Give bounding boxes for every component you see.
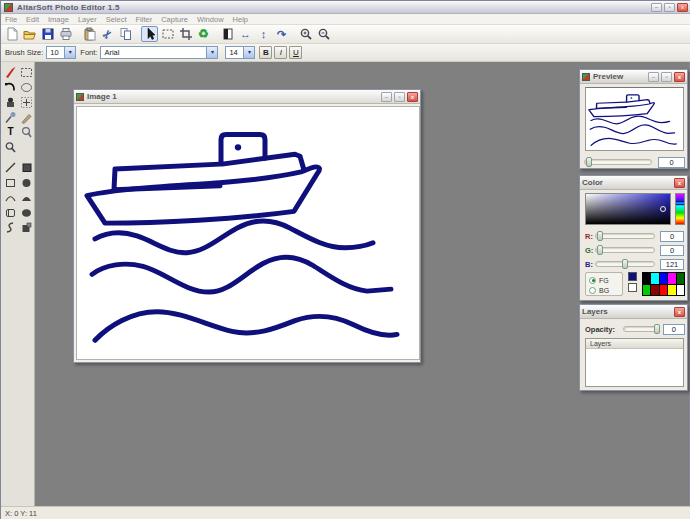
- preview-maximize-button[interactable]: ▫: [661, 72, 672, 82]
- opacity-value[interactable]: 0: [663, 324, 685, 335]
- layers-list[interactable]: Layers: [585, 338, 684, 387]
- tool-ellipse-select[interactable]: [19, 80, 34, 94]
- menu-layer[interactable]: Layer: [78, 15, 97, 24]
- green-slider[interactable]: [595, 247, 655, 253]
- menu-edit[interactable]: Edit: [26, 15, 39, 24]
- palette-swatch[interactable]: [677, 285, 684, 296]
- tool-filled-arc[interactable]: [19, 190, 34, 204]
- cut-button[interactable]: ✂: [99, 26, 116, 42]
- close-button[interactable]: x: [677, 3, 688, 12]
- invert-button[interactable]: [219, 26, 236, 42]
- tool-color-picker[interactable]: [19, 125, 34, 139]
- tool-scurve[interactable]: [3, 220, 18, 234]
- color-panel[interactable]: Color x R: 0 G: 0 B:: [579, 175, 688, 301]
- palette-swatch[interactable]: [651, 273, 658, 284]
- menu-file[interactable]: File: [5, 15, 17, 24]
- tool-curve[interactable]: [3, 80, 18, 94]
- palette-swatch[interactable]: [668, 273, 675, 284]
- tool-filled-circle[interactable]: [19, 175, 34, 189]
- dropdown-arrow-icon[interactable]: ▾: [64, 47, 75, 58]
- print-button[interactable]: [57, 26, 74, 42]
- crop-button[interactable]: [177, 26, 194, 42]
- preview-panel[interactable]: Preview – ▫ x 0: [579, 69, 688, 169]
- brush-size-select[interactable]: 10 ▾: [46, 46, 76, 59]
- preview-close-button[interactable]: x: [674, 72, 685, 82]
- palette-swatch[interactable]: [643, 273, 650, 284]
- tool-filled-corner-rect[interactable]: [19, 220, 34, 234]
- red-slider[interactable]: [595, 233, 655, 239]
- background-swatch[interactable]: [628, 283, 637, 292]
- zoom-in-button[interactable]: [297, 26, 314, 42]
- fg-radio[interactable]: [589, 277, 596, 284]
- maximize-button[interactable]: ▫: [664, 3, 675, 12]
- tool-zoom[interactable]: [3, 140, 18, 154]
- color-close-button[interactable]: x: [674, 178, 685, 188]
- palette-swatch[interactable]: [643, 285, 650, 296]
- refresh-button[interactable]: ♻: [195, 26, 212, 42]
- document-window[interactable]: Image 1 – ▫ x: [73, 89, 421, 363]
- doc-minimize-button[interactable]: –: [381, 92, 392, 102]
- pointer-tool-button[interactable]: [141, 26, 158, 42]
- layers-titlebar[interactable]: Layers x: [580, 305, 687, 319]
- preview-zoom-value[interactable]: 0: [658, 157, 685, 168]
- hue-strip[interactable]: [675, 193, 685, 225]
- opacity-thumb[interactable]: [654, 324, 660, 334]
- main-titlebar[interactable]: AltarSoft Photo Editor 1.5 – ▫ x: [1, 1, 690, 14]
- tool-text[interactable]: T: [3, 125, 18, 139]
- palette-swatch[interactable]: [668, 285, 675, 296]
- italic-button[interactable]: I: [274, 46, 287, 59]
- green-value[interactable]: 0: [660, 245, 684, 256]
- tool-filled-blob[interactable]: [19, 205, 34, 219]
- tool-pencil[interactable]: [19, 110, 34, 124]
- select-rect-button[interactable]: [159, 26, 176, 42]
- preview-zoom-thumb[interactable]: [586, 157, 592, 167]
- flip-horizontal-button[interactable]: ↔: [237, 26, 254, 42]
- menu-help[interactable]: Help: [233, 15, 248, 24]
- rotate-button[interactable]: ↷: [273, 26, 290, 42]
- paste-button[interactable]: [81, 26, 98, 42]
- tool-filled-rect[interactable]: [19, 160, 34, 174]
- dropdown-arrow-icon[interactable]: ▾: [206, 47, 217, 58]
- blue-thumb[interactable]: [622, 259, 628, 269]
- preview-zoom-slider[interactable]: [584, 159, 652, 165]
- layers-panel[interactable]: Layers x Opacity: 0 Layers: [579, 304, 688, 391]
- zoom-out-button[interactable]: [315, 26, 332, 42]
- saturation-gradient[interactable]: [585, 193, 671, 225]
- new-file-button[interactable]: [3, 26, 20, 42]
- foreground-swatch[interactable]: [628, 272, 637, 281]
- preview-titlebar[interactable]: Preview – ▫ x: [580, 70, 687, 84]
- menu-filter[interactable]: Filter: [136, 15, 153, 24]
- menu-select[interactable]: Select: [106, 15, 127, 24]
- font-select[interactable]: Arial ▾: [100, 46, 218, 59]
- doc-close-button[interactable]: x: [407, 92, 418, 102]
- menu-window[interactable]: Window: [197, 15, 224, 24]
- palette-swatch[interactable]: [660, 273, 667, 284]
- copy-button[interactable]: [117, 26, 134, 42]
- red-thumb[interactable]: [597, 231, 603, 241]
- layers-close-button[interactable]: x: [674, 307, 685, 317]
- green-thumb[interactable]: [597, 245, 603, 255]
- red-value[interactable]: 0: [660, 231, 684, 242]
- dropdown-arrow-icon[interactable]: ▾: [243, 47, 254, 58]
- bg-radio[interactable]: [589, 287, 596, 294]
- flip-vertical-button[interactable]: ↕: [255, 26, 272, 42]
- save-button[interactable]: [39, 26, 56, 42]
- palette-swatch[interactable]: [660, 285, 667, 296]
- palette-swatch[interactable]: [677, 273, 684, 284]
- doc-maximize-button[interactable]: ▫: [394, 92, 405, 102]
- tool-fill[interactable]: [3, 95, 18, 109]
- tool-arc[interactable]: [3, 190, 18, 204]
- drawing-canvas[interactable]: [76, 106, 420, 360]
- color-titlebar[interactable]: Color x: [580, 176, 687, 190]
- gradient-marker[interactable]: [660, 206, 666, 212]
- tool-line[interactable]: [3, 160, 18, 174]
- font-size-select[interactable]: 14 ▾: [225, 46, 255, 59]
- tool-rounded-rect[interactable]: [3, 205, 18, 219]
- tool-move[interactable]: [19, 95, 34, 109]
- tool-rect-select[interactable]: [19, 65, 34, 79]
- tool-rect[interactable]: [3, 175, 18, 189]
- open-file-button[interactable]: [21, 26, 38, 42]
- blue-slider[interactable]: [595, 261, 655, 267]
- document-titlebar[interactable]: Image 1 – ▫ x: [74, 90, 420, 104]
- menu-capture[interactable]: Capture: [161, 15, 188, 24]
